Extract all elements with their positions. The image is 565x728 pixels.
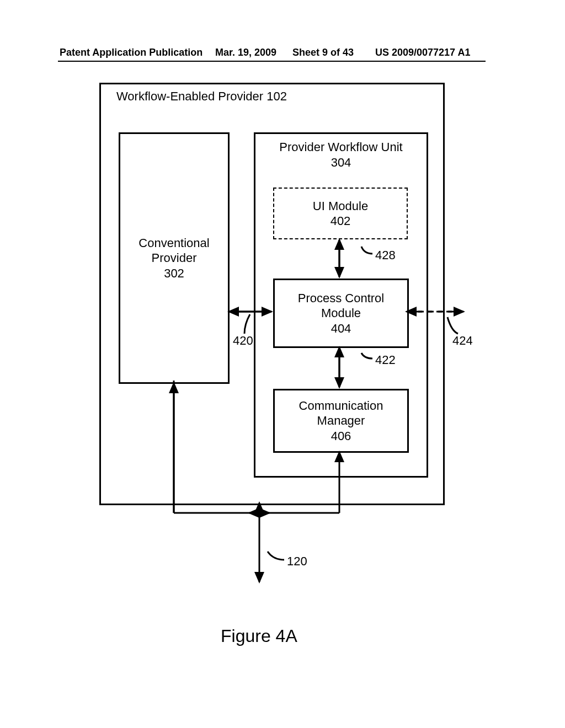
- ref-428: 428: [375, 248, 396, 263]
- conventional-provider-label-3: 302: [164, 266, 184, 281]
- provider-workflow-unit-label-2: 304: [331, 155, 351, 170]
- header-publication: Patent Application Publication: [60, 47, 202, 58]
- communication-manager-label-3: 406: [331, 429, 351, 444]
- ref-424: 424: [452, 334, 473, 348]
- communication-manager-label-1: Communication: [299, 398, 383, 414]
- ui-module-box: UI Module 402: [273, 188, 408, 239]
- process-control-module-label-1: Process Control: [298, 291, 385, 306]
- ui-module-label-2: 402: [331, 213, 351, 229]
- process-control-module-label-2: Module: [321, 306, 361, 321]
- header-divider: [58, 61, 486, 62]
- header-date: Mar. 19, 2009: [215, 47, 276, 58]
- ref-420: 420: [233, 334, 253, 348]
- workflow-enabled-provider-label: Workflow-Enabled Provider 102: [116, 89, 287, 104]
- header-sheet: Sheet 9 of 43: [292, 47, 354, 58]
- ref-422: 422: [375, 353, 396, 367]
- conventional-provider-box: Conventional Provider 302: [119, 132, 230, 384]
- communication-manager-box: Communication Manager 406: [273, 389, 409, 453]
- provider-workflow-unit-label-1: Provider Workflow Unit: [279, 140, 402, 155]
- ref-120: 120: [287, 554, 307, 569]
- diagram-canvas: Workflow-Enabled Provider 102 Convention…: [88, 83, 475, 656]
- header-pubno: US 2009/0077217 A1: [375, 47, 470, 58]
- ui-module-label-1: UI Module: [313, 199, 368, 214]
- communication-manager-label-2: Manager: [317, 413, 365, 429]
- figure-caption: Figure 4A: [221, 626, 297, 646]
- process-control-module-box: Process Control Module 404: [273, 279, 409, 348]
- conventional-provider-label-2: Provider: [152, 250, 197, 266]
- conventional-provider-label-1: Conventional: [138, 235, 209, 251]
- process-control-module-label-3: 404: [331, 321, 351, 336]
